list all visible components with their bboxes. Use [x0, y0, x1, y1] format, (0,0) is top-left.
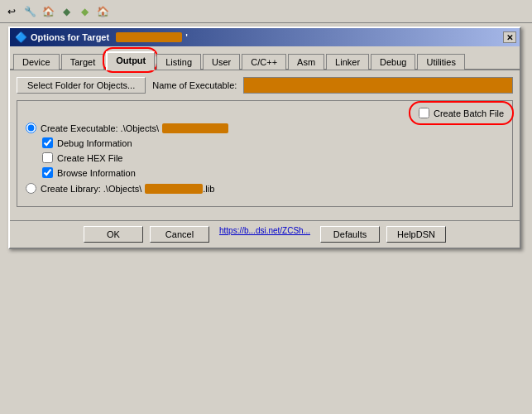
dialog-icon: 🔷 — [15, 31, 27, 43]
content-area: Select Folder for Objects... Name of Exe… — [10, 70, 520, 220]
toolbar-home2-btn[interactable]: 🏠 — [94, 3, 111, 20]
ok-button[interactable]: OK — [84, 226, 143, 243]
title-bar: 🔷 Options for Target ' ✕ — [10, 28, 520, 46]
url-text: https://b...dsi.net/ZCSh... — [219, 226, 310, 243]
create-executable-label: Create Executable: .\Objects\ — [41, 123, 228, 133]
toolbar-wrench-btn[interactable]: 🔧 — [22, 3, 38, 20]
executable-path-redacted — [162, 123, 228, 133]
tab-listing[interactable]: Listing — [156, 54, 201, 70]
toolbar-diamond2-btn[interactable]: ◆ — [76, 3, 93, 20]
browse-info-row: Browse Information — [42, 167, 504, 178]
tab-user[interactable]: User — [203, 54, 240, 70]
indented-options: Debug Information Create HEX File Browse… — [26, 137, 504, 178]
library-path-redacted — [145, 184, 203, 194]
top-row: Select Folder for Objects... Name of Exe… — [17, 77, 513, 94]
title-bar-left: 🔷 Options for Target ' — [15, 31, 188, 43]
browse-info-checkbox[interactable] — [42, 167, 53, 178]
tab-asm[interactable]: Asm — [288, 54, 324, 70]
create-hex-checkbox[interactable] — [42, 152, 53, 163]
create-hex-row: Create HEX File — [42, 152, 504, 163]
create-hex-label: Create HEX File — [57, 153, 122, 163]
debug-info-label: Debug Information — [57, 138, 132, 148]
defaults-button[interactable]: Defaults — [320, 226, 380, 243]
create-library-row: Create Library: .\Objects\ .lib — [26, 183, 504, 194]
tab-debug[interactable]: Debug — [371, 54, 415, 70]
toolbar-back-btn[interactable]: ↩ — [3, 3, 20, 20]
create-executable-radio[interactable] — [26, 123, 36, 133]
tab-cpp[interactable]: C/C++ — [242, 54, 286, 70]
create-batch-label: Create Batch File — [434, 108, 504, 118]
help-button[interactable]: HelpDSN — [386, 226, 446, 243]
close-button[interactable]: ✕ — [503, 31, 516, 43]
toolbar-diamond1-btn[interactable]: ◆ — [58, 3, 74, 20]
name-input[interactable] — [243, 77, 513, 94]
dialog-title: Options for Target — [31, 32, 109, 42]
tab-utilities[interactable]: Utilities — [417, 54, 464, 70]
tab-output-wrapper: Output — [106, 50, 155, 69]
options-dialog: 🔷 Options for Target ' ✕ Device Target O… — [8, 26, 521, 249]
debug-info-row: Debug Information — [42, 137, 504, 148]
create-batch-row: Create Batch File — [26, 108, 504, 118]
tab-linker[interactable]: Linker — [326, 54, 369, 70]
title-redacted — [116, 32, 182, 42]
toolbar-home-btn[interactable]: 🏠 — [40, 3, 56, 20]
button-row: OK Cancel https://b...dsi.net/ZCSh... De… — [10, 220, 520, 248]
tab-output[interactable]: Output — [106, 51, 155, 70]
name-label: Name of Executable: — [152, 80, 237, 90]
select-folder-button[interactable]: Select Folder for Objects... — [17, 77, 146, 94]
create-batch-inner: Create Batch File — [419, 108, 504, 118]
create-batch-checkbox[interactable] — [419, 108, 429, 118]
create-library-label: Create Library: .\Objects\ .lib — [41, 184, 214, 194]
debug-info-checkbox[interactable] — [42, 137, 53, 148]
tab-target[interactable]: Target — [61, 54, 105, 70]
create-executable-row: Create Executable: .\Objects\ — [26, 123, 504, 133]
cancel-button[interactable]: Cancel — [150, 226, 209, 243]
create-library-radio[interactable] — [26, 183, 36, 194]
tab-device[interactable]: Device — [13, 54, 60, 70]
browse-info-label: Browse Information — [57, 168, 136, 178]
title-suffix: ' — [185, 32, 188, 42]
tab-strip: Device Target Output Listing User C/C++ … — [10, 46, 520, 70]
group-box: Create Batch File Create Executable: .\O… — [17, 100, 513, 207]
toolbar: ↩ 🔧 🏠 ◆ ◆ 🏠 — [0, 0, 532, 23]
